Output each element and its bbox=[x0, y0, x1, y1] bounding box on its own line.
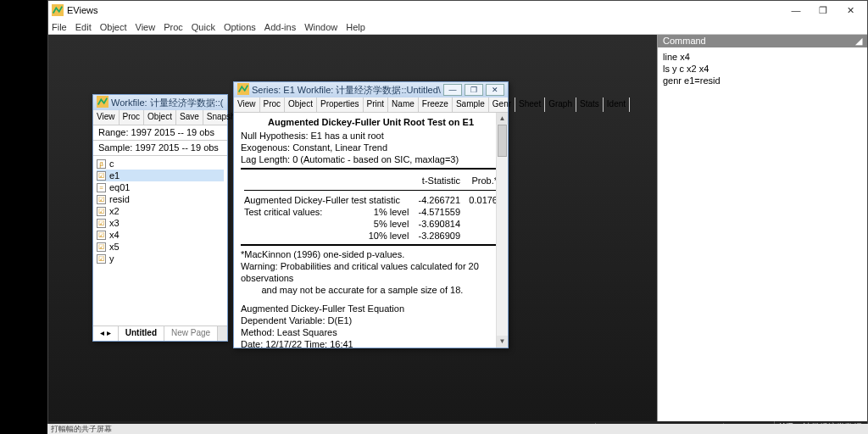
cmd-line: genr e1=resid bbox=[663, 75, 862, 86]
app-logo-icon bbox=[237, 83, 249, 97]
object-icon: ☑ bbox=[97, 195, 106, 204]
sr-tb-object[interactable]: Object bbox=[285, 97, 317, 112]
lag-length: Lag Length: 0 (Automatic - based on SIC,… bbox=[241, 153, 501, 165]
wf-tab-newpage[interactable]: New Page bbox=[164, 326, 218, 341]
command-input[interactable]: line x4 ls y c x2 x4 genr e1=resid bbox=[658, 47, 867, 90]
warning-line2: and may not be accurate for a sample siz… bbox=[241, 284, 501, 296]
exogenous: Exogenous: Constant, Linear Trend bbox=[241, 142, 501, 153]
sr-tb-proc[interactable]: Proc bbox=[260, 97, 286, 112]
workfile-title: Workfile: 计量经济学数据::(c:\users... bbox=[111, 97, 224, 109]
sr-tb-graph[interactable]: Graph bbox=[545, 97, 576, 112]
workfile-item[interactable]: ☑y bbox=[97, 253, 224, 264]
adf-stats-table: t-StatisticProb.* Augmented Dickey-Fulle… bbox=[241, 175, 501, 242]
object-icon: ☑ bbox=[97, 207, 106, 216]
series-titlebar[interactable]: Series: E1 Workfile: 计量经济学数据::Untitled\ … bbox=[234, 82, 508, 97]
command-panel: Command ◢ line x4 ls y c x2 x4 genr e1=r… bbox=[657, 35, 867, 425]
scroll-thumb[interactable] bbox=[498, 125, 507, 157]
wf-tab-nav[interactable]: ◂ ▸ bbox=[93, 326, 119, 341]
command-collapse-icon[interactable]: ◢ bbox=[855, 36, 862, 47]
sr-tb-sheet[interactable]: Sheet bbox=[515, 97, 545, 112]
menu-proc[interactable]: Proc bbox=[164, 22, 183, 32]
sr-tb-genr[interactable]: Genr bbox=[489, 97, 515, 112]
workfile-object-list: βc☑e1=eq01☑resid☑x2☑x3☑x4☑x5☑y bbox=[93, 156, 227, 266]
os-taskbar: 打幅幅的共子屏幕 bbox=[47, 424, 868, 434]
workfile-tabs: ◂ ▸ Untitled New Page bbox=[93, 326, 227, 341]
close-button[interactable]: ✕ bbox=[837, 3, 864, 18]
minimize-button[interactable]: — bbox=[782, 3, 810, 18]
sr-tb-sample[interactable]: Sample bbox=[453, 97, 489, 112]
scroll-up-icon[interactable]: ▲ bbox=[497, 113, 508, 125]
wf-tab-untitled[interactable]: Untitled bbox=[119, 326, 164, 341]
menu-options[interactable]: Options bbox=[224, 22, 256, 32]
sr-tb-name[interactable]: Name bbox=[388, 97, 419, 112]
workfile-window[interactable]: Workfile: 计量经济学数据::(c:\users... View Pro… bbox=[92, 94, 228, 342]
object-name: c bbox=[109, 159, 114, 169]
menu-quick[interactable]: Quick bbox=[192, 22, 215, 32]
workfile-item[interactable]: ☑e1 bbox=[97, 170, 224, 181]
sr-tb-view[interactable]: View bbox=[234, 97, 260, 112]
object-icon: ☑ bbox=[97, 254, 106, 264]
sr-tb-ident[interactable]: Ident bbox=[604, 97, 630, 112]
series-maximize-button[interactable]: ❐ bbox=[465, 84, 483, 96]
workfile-sample: Sample: 1997 2015 -- 19 obs bbox=[93, 141, 227, 156]
object-icon: ☑ bbox=[97, 231, 106, 240]
wf-tb-proc[interactable]: Proc bbox=[120, 110, 145, 125]
workfile-item[interactable]: ☑x3 bbox=[97, 217, 224, 229]
workfile-range: Range: 1997 2015 -- 19 obs bbox=[93, 125, 227, 141]
object-icon: β bbox=[97, 159, 106, 169]
app-window: EViews — ❐ ✕ File Edit Object View Proc … bbox=[47, 0, 868, 434]
series-output: Augmented Dickey-Fuller Unit Root Test o… bbox=[234, 113, 508, 348]
eq-depvar: Dependent Variable: D(E1) bbox=[241, 314, 501, 326]
maximize-button[interactable]: ❐ bbox=[810, 3, 837, 18]
object-icon: = bbox=[97, 183, 106, 192]
sr-tb-print[interactable]: Print bbox=[364, 97, 389, 112]
workfile-item[interactable]: βc bbox=[97, 158, 224, 170]
cmd-line: ls y c x2 x4 bbox=[663, 63, 862, 75]
titlebar[interactable]: EViews — ❐ ✕ bbox=[48, 1, 867, 19]
object-icon: ☑ bbox=[97, 171, 106, 181]
eq-title: Augmented Dickey-Fuller Test Equation bbox=[241, 303, 501, 314]
app-title: EViews bbox=[67, 5, 97, 15]
series-close-button[interactable]: ✕ bbox=[486, 84, 504, 96]
workfile-item[interactable]: ☑x5 bbox=[97, 241, 224, 253]
object-icon: ☑ bbox=[97, 242, 106, 252]
scroll-down-icon[interactable]: ▼ bbox=[497, 336, 508, 348]
main-menubar: File Edit Object View Proc Quick Options… bbox=[48, 19, 867, 35]
workfile-item[interactable]: ☑resid bbox=[97, 193, 224, 205]
object-icon: ☑ bbox=[97, 219, 106, 228]
object-name: resid bbox=[109, 194, 130, 204]
object-name: y bbox=[109, 253, 114, 264]
workfile-body: Range: 1997 2015 -- 19 obs Sample: 1997 … bbox=[93, 125, 227, 266]
warning-line1: Warning: Probabilities and critical valu… bbox=[241, 260, 501, 284]
workfile-titlebar[interactable]: Workfile: 计量经济学数据::(c:\users... bbox=[93, 95, 227, 110]
wf-tb-save[interactable]: Save bbox=[176, 110, 203, 125]
app-logo-icon bbox=[97, 96, 108, 109]
series-minimize-button[interactable]: — bbox=[443, 84, 462, 96]
menu-addins[interactable]: Add-ins bbox=[264, 22, 296, 32]
series-window[interactable]: Series: E1 Workfile: 计量经济学数据::Untitled\ … bbox=[233, 81, 509, 348]
object-name: eq01 bbox=[109, 182, 130, 192]
workfile-item[interactable]: ☑x2 bbox=[97, 205, 224, 217]
menu-help[interactable]: Help bbox=[346, 22, 365, 32]
sr-tb-freeze[interactable]: Freeze bbox=[419, 97, 453, 112]
wf-tb-object[interactable]: Object bbox=[144, 110, 176, 125]
cmd-line: line x4 bbox=[663, 51, 862, 63]
sr-tb-stats[interactable]: Stats bbox=[576, 97, 604, 112]
command-header[interactable]: Command ◢ bbox=[658, 35, 867, 47]
eq-method: Method: Least Squares bbox=[241, 326, 501, 338]
sr-tb-properties[interactable]: Properties bbox=[317, 97, 364, 112]
object-name: x3 bbox=[109, 218, 120, 228]
workfile-item[interactable]: ☑x4 bbox=[97, 229, 224, 241]
workfile-item[interactable]: =eq01 bbox=[97, 181, 224, 193]
menu-object[interactable]: Object bbox=[100, 22, 127, 32]
menu-file[interactable]: File bbox=[52, 22, 67, 32]
series-title: Series: E1 Workfile: 计量经济学数据::Untitled\ bbox=[252, 84, 441, 97]
menu-view[interactable]: View bbox=[136, 22, 156, 32]
menu-edit[interactable]: Edit bbox=[75, 22, 92, 32]
wf-tb-view[interactable]: View bbox=[93, 110, 120, 125]
menu-window[interactable]: Window bbox=[304, 22, 337, 32]
object-name: x4 bbox=[109, 230, 120, 240]
object-name: x5 bbox=[109, 242, 120, 252]
series-scrollbar[interactable]: ▲ ▼ bbox=[496, 113, 508, 348]
mackinnon-note: *MacKinnon (1996) one-sided p-values. bbox=[241, 248, 501, 260]
